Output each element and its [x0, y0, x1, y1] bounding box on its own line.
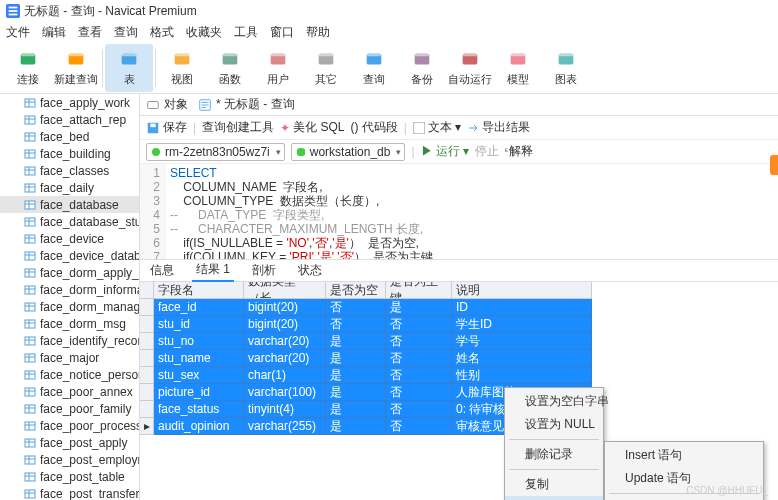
tree-item[interactable]: face_dorm_information [0, 281, 139, 298]
tree-item[interactable]: face_apply_work [0, 94, 139, 111]
tree-item[interactable]: face_post_table [0, 468, 139, 485]
tree-item[interactable]: face_device_database [0, 247, 139, 264]
tree-item[interactable]: face_identify_record [0, 332, 139, 349]
menu-query[interactable]: 查询 [114, 24, 138, 41]
toolbar-表[interactable]: 表 [105, 44, 153, 92]
tab-query[interactable]: * 无标题 - 查询 [198, 96, 295, 113]
tree-item[interactable]: face_post_employment [0, 451, 139, 468]
tree-item[interactable]: face_classes [0, 162, 139, 179]
tab-result-1[interactable]: 结果 1 [192, 259, 234, 282]
col-head[interactable]: 是否为空 [326, 282, 386, 299]
tree-item[interactable]: face_poor_family [0, 400, 139, 417]
toolbar-模型[interactable]: 模型 [494, 44, 542, 92]
toolbar-其它[interactable]: 其它 [302, 44, 350, 92]
menu-file[interactable]: 文件 [6, 24, 30, 41]
save-button[interactable]: 保存 [146, 119, 187, 136]
ctx-item[interactable]: 复制 [505, 473, 603, 496]
tree-item[interactable]: face_notice_person [0, 366, 139, 383]
table-row[interactable]: face_statustinyint(4)是否0: 待审核 1：已通过 [140, 401, 778, 418]
toolbar-连接[interactable]: 连接 [4, 44, 52, 92]
explain-button[interactable]: ᴱ解释 [505, 143, 533, 160]
svg-rect-82 [25, 405, 35, 413]
app-icon [6, 4, 20, 18]
table-row[interactable]: picture_idvarchar(100)是否人脸库图片ID [140, 384, 778, 401]
menu-view[interactable]: 查看 [78, 24, 102, 41]
menu-format[interactable]: 格式 [150, 24, 174, 41]
tree-item[interactable]: face_major [0, 349, 139, 366]
connection-combo[interactable]: rm-2zetn83n05wz7i [146, 143, 285, 161]
ctx-item[interactable]: 设置为 NULL [505, 413, 603, 436]
tree-item[interactable]: face_dorm_apply_file [0, 264, 139, 281]
tree-item[interactable]: face_post_transfer [0, 485, 139, 500]
svg-rect-91 [25, 456, 35, 464]
tree-item[interactable]: face_database [0, 196, 139, 213]
tree-item[interactable]: face_poor_process [0, 417, 139, 434]
database-combo[interactable]: workstation_db [291, 143, 406, 161]
table-row[interactable]: ▸audit_opinionvarchar(255)是否审核意见 [140, 418, 778, 435]
svg-rect-9 [122, 54, 137, 57]
tree-item[interactable]: face_dorm_msg [0, 315, 139, 332]
col-head[interactable]: 说明 [452, 282, 592, 299]
tab-status[interactable]: 状态 [294, 260, 326, 281]
beautify-sql-button[interactable]: ✦美化 SQL [280, 119, 344, 136]
sidebar-tree[interactable]: face_apply_workface_attach_repface_bedfa… [0, 94, 140, 500]
svg-rect-25 [511, 54, 526, 57]
toolbar-图表[interactable]: 图表 [542, 44, 590, 92]
menu-tools[interactable]: 工具 [234, 24, 258, 41]
tab-strip: 对象 * 无标题 - 查询 [140, 94, 778, 116]
tree-item[interactable]: face_bed [0, 128, 139, 145]
tab-profile[interactable]: 剖析 [248, 260, 280, 281]
menu-help[interactable]: 帮助 [306, 24, 330, 41]
col-head[interactable]: 数据类型（长. [244, 282, 326, 299]
query-builder-button[interactable]: 查询创建工具 [202, 119, 274, 136]
code-snippet-button[interactable]: () 代码段 [350, 119, 397, 136]
tree-item[interactable]: face_database_stu [0, 213, 139, 230]
context-menu[interactable]: 设置为空白字串设置为 NULL删除记录复制复制为粘贴显示 [504, 387, 604, 500]
menu-window[interactable]: 窗口 [270, 24, 294, 41]
tree-item[interactable]: face_daily [0, 179, 139, 196]
tree-item[interactable]: face_device [0, 230, 139, 247]
ctx-sub-item[interactable]: Insert 语句 [605, 444, 763, 467]
table-row[interactable]: face_idbigint(20)否是ID [140, 299, 778, 316]
col-head[interactable]: 是否为主键 [386, 282, 452, 299]
tree-item[interactable]: face_poor_annex [0, 383, 139, 400]
tree-item[interactable]: face_building [0, 145, 139, 162]
svg-rect-23 [463, 54, 478, 57]
tab-info[interactable]: 信息 [146, 260, 178, 281]
stop-button[interactable]: 停止 [475, 143, 499, 160]
ctx-item[interactable]: 删除记录 [505, 443, 603, 466]
tree-item[interactable]: face_post_apply [0, 434, 139, 451]
svg-rect-61 [25, 286, 35, 294]
sql-editor[interactable]: 123456789 SELECT COLUMN_NAME 字段名, COLUMN… [140, 164, 778, 260]
menu-edit[interactable]: 编辑 [42, 24, 66, 41]
toolbar-新建查询[interactable]: 新建查询 [52, 44, 100, 92]
table-row[interactable]: stu_idbigint(20)否否学生ID [140, 316, 778, 333]
table-row[interactable]: stu_namevarchar(20)是否姓名 [140, 350, 778, 367]
result-grid[interactable]: 字段名数据类型（长.是否为空是否为主键说明face_idbigint(20)否是… [140, 282, 778, 435]
side-badge [770, 155, 778, 175]
toolbar-查询[interactable]: 查询 [350, 44, 398, 92]
text-button[interactable]: 文本 ▾ [413, 119, 461, 136]
svg-rect-5 [21, 54, 36, 57]
ctx-item[interactable]: 设置为空白字串 [505, 390, 603, 413]
export-results-button[interactable]: 导出结果 [467, 119, 530, 136]
toolbar-函数[interactable]: 函数 [206, 44, 254, 92]
col-head[interactable]: 字段名 [154, 282, 244, 299]
tab-objects[interactable]: 对象 [146, 96, 188, 113]
tree-item[interactable]: face_dorm_manager [0, 298, 139, 315]
main-toolbar: 连接新建查询表视图函数用户其它查询备份自动运行模型图表 [0, 42, 778, 94]
toolbar-备份[interactable]: 备份 [398, 44, 446, 92]
svg-rect-37 [25, 150, 35, 158]
toolbar-视图[interactable]: 视图 [158, 44, 206, 92]
svg-rect-40 [25, 167, 35, 175]
menu-favorites[interactable]: 收藏夹 [186, 24, 222, 41]
table-row[interactable]: stu_sexchar(1)是否性别 [140, 367, 778, 384]
svg-rect-94 [25, 473, 35, 481]
table-row[interactable]: stu_novarchar(20)是否学号 [140, 333, 778, 350]
tree-item[interactable]: face_attach_rep [0, 111, 139, 128]
code[interactable]: SELECT COLUMN_NAME 字段名, COLUMN_TYPE 数据类型… [166, 164, 436, 259]
toolbar-自动运行[interactable]: 自动运行 [446, 44, 494, 92]
run-button[interactable]: ▶ 运行 ▾ [421, 143, 470, 160]
toolbar-用户[interactable]: 用户 [254, 44, 302, 92]
ctx-item[interactable]: 复制为 [505, 496, 603, 500]
